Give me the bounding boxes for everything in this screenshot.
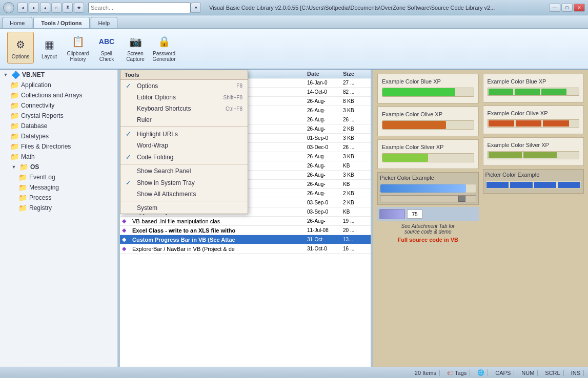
label-keyboard: Keyboard Shortcuts bbox=[137, 105, 191, 112]
table-row[interactable]: ◆ Custom Progress Bar in VB (See Attac 3… bbox=[120, 235, 371, 244]
label-editor: Editor Options bbox=[137, 94, 176, 101]
preview-text-attachment: See Attachment Tab forsource code & demo bbox=[377, 223, 479, 235]
item-count-label: 20 Items bbox=[415, 370, 436, 376]
statusbar-ins: INS bbox=[568, 370, 584, 376]
minimize-btn[interactable]: — bbox=[549, 4, 560, 12]
slider-thumb[interactable] bbox=[458, 196, 465, 202]
back-btn[interactable]: ◂ bbox=[17, 3, 28, 13]
divider-3 bbox=[120, 201, 248, 201]
dropdown-item-system[interactable]: System bbox=[120, 202, 248, 214]
progress-bar-silver bbox=[382, 153, 474, 162]
tab-help[interactable]: Help bbox=[91, 17, 118, 28]
fwd-btn[interactable]: ▸ bbox=[29, 3, 39, 13]
search-options-btn[interactable]: ▾ bbox=[191, 3, 201, 13]
sidebar-item-connectivity[interactable]: 📁 Connectivity bbox=[0, 100, 117, 111]
seg-bar-green bbox=[488, 88, 580, 96]
dropdown-item-searchpanel[interactable]: Show Search Panel bbox=[120, 165, 248, 177]
sidebar-label-math: Math bbox=[21, 153, 35, 160]
maximize-btn[interactable]: □ bbox=[561, 4, 573, 12]
dropdown-item-wordwrap[interactable]: Word-Wrap bbox=[120, 140, 248, 151]
search-input[interactable] bbox=[88, 2, 191, 13]
statusbar-tags[interactable]: 🏷 Tags bbox=[444, 369, 470, 376]
ribbon-btn-options[interactable]: ⚙ Options bbox=[7, 32, 34, 64]
tags-label: Tags bbox=[455, 370, 467, 376]
file-date: 26-Aug- bbox=[307, 126, 343, 132]
table-row[interactable]: ◆ ExplorerBar / NavBar in VB (Project & … bbox=[120, 244, 371, 254]
table-row[interactable]: ◆ Excel Class - write to an XLS file wit… bbox=[120, 226, 371, 235]
file-date: 31-Oct-0 bbox=[307, 246, 343, 251]
folder-icon: 📁 bbox=[18, 183, 27, 192]
file-date: 31-Oct- bbox=[307, 237, 343, 242]
sidebar-item-messaging[interactable]: 📁 Messaging bbox=[0, 182, 117, 193]
preview-title-olive: Example Color Olive XP bbox=[382, 111, 474, 117]
label-wordwrap: Word-Wrap bbox=[137, 142, 168, 149]
file-date: 26-Aug- bbox=[307, 172, 343, 178]
dropdown-item-allattachments[interactable]: Show All Attachments bbox=[120, 188, 248, 200]
folder-icon: 📁 bbox=[10, 153, 19, 161]
dropdown-item-highlight[interactable]: Highlight URLs bbox=[120, 128, 248, 140]
statusbar-globe[interactable]: 🌐 bbox=[474, 369, 488, 376]
file-date: 03-Sep-0 bbox=[307, 209, 343, 215]
tab-tools[interactable]: Tools / Options bbox=[33, 17, 89, 28]
ribbon-btn-clipboard[interactable]: 📋 ClipboardHistory bbox=[65, 32, 91, 64]
dropdown-item-systemtray[interactable]: Show in System Tray bbox=[120, 177, 248, 188]
slider-bar[interactable] bbox=[380, 195, 476, 202]
bookmark-btn[interactable]: ★ bbox=[74, 3, 84, 13]
statusbar-num: NUM bbox=[518, 370, 538, 376]
ribbon-btn-screencapture[interactable]: 📷 ScreenCapture bbox=[122, 32, 149, 64]
sidebar-item-crystal[interactable]: 📁 Crystal Reports bbox=[0, 111, 117, 121]
file-size: KB bbox=[343, 209, 369, 215]
file-date: 26-Aug- bbox=[307, 98, 343, 104]
ribbon-btn-layout[interactable]: ▦ Layout bbox=[36, 32, 63, 64]
seg-bar-silver bbox=[488, 151, 580, 159]
sidebar-item-os[interactable]: ▼ 📁 OS bbox=[0, 162, 117, 172]
sidebar-label-messaging: Messaging bbox=[29, 184, 59, 191]
sidebar-item-datatypes[interactable]: 📁 Datatypes bbox=[0, 131, 117, 141]
dropdown-item-keyboard[interactable]: Keyboard Shortcuts Ctrl+F8 bbox=[120, 103, 248, 114]
layout-label: Layout bbox=[42, 54, 57, 59]
file-date: 01-Sep-0 bbox=[307, 135, 343, 141]
sidebar-label-registry: Registry bbox=[29, 204, 52, 212]
tab-home[interactable]: Home bbox=[2, 17, 32, 28]
main-area: ▼ 🔷 VB.NET 📁 Application 📁 Collections a… bbox=[0, 70, 588, 367]
ribbon-btn-spellcheck[interactable]: ABC SpellCheck bbox=[93, 32, 120, 64]
sidebar-item-registry[interactable]: 📁 Registry bbox=[0, 203, 117, 213]
sidebar-item-math[interactable]: 📁 Math bbox=[0, 152, 117, 162]
spellcheck-label: SpellCheck bbox=[99, 51, 114, 62]
file-date: 26-Aug- bbox=[307, 181, 343, 187]
folder-icon: 📁 bbox=[18, 194, 27, 202]
dropdown-item-options[interactable]: Options F8 bbox=[120, 80, 248, 92]
dropdown-item-ruler[interactable]: Ruler bbox=[120, 114, 248, 125]
expand-os[interactable]: ▼ bbox=[10, 164, 17, 170]
file-size: 26 ... bbox=[343, 117, 369, 122]
dropdown-item-editor[interactable]: Editor Options Shift+F8 bbox=[120, 92, 248, 103]
history-btn[interactable]: ⧗ bbox=[63, 3, 73, 13]
sidebar-item-vbnet[interactable]: ▼ 🔷 VB.NET bbox=[0, 70, 117, 80]
file-size: 13... bbox=[343, 237, 369, 242]
up-btn[interactable]: ▴ bbox=[40, 3, 50, 13]
home-btn[interactable]: ⌂ bbox=[51, 3, 62, 13]
sidebar-item-files[interactable]: 📁 Files & Directories bbox=[0, 141, 117, 152]
dropdown-item-codefolding[interactable]: Code Folding bbox=[120, 151, 248, 163]
file-name: VB-based .Ini file manipulation clas bbox=[132, 218, 307, 224]
preview-title-silver: Example Color Silver XP bbox=[382, 144, 474, 150]
sidebar-item-collections[interactable]: 📁 Collections and Arrays bbox=[0, 90, 117, 100]
sidebar-item-process[interactable]: 📁 Process bbox=[0, 193, 117, 203]
preview-title-blue: Example Color Blue XP bbox=[382, 78, 474, 85]
file-date: 26-Aug- bbox=[307, 191, 343, 196]
sidebar-item-eventlog[interactable]: 📁 EventLog bbox=[0, 172, 117, 182]
sidebar-item-database[interactable]: 📁 Database bbox=[0, 121, 117, 131]
options-label: Options bbox=[12, 54, 29, 59]
preview-card-olive-xp-left: Example Color Olive XP bbox=[377, 107, 479, 136]
demo-input-small[interactable]: 75 bbox=[407, 209, 422, 219]
seg-bar-blue bbox=[485, 181, 582, 189]
ribbon-btn-passwordgen[interactable]: 🔒 PasswordGenerator bbox=[151, 32, 177, 64]
close-btn[interactable]: ✕ bbox=[574, 4, 585, 12]
folder-icon: 📁 bbox=[10, 132, 19, 140]
file-size: 3 KB bbox=[343, 154, 369, 159]
sidebar-item-application[interactable]: 📁 Application bbox=[0, 80, 117, 90]
window-controls: — □ ✕ bbox=[549, 4, 585, 12]
table-row[interactable]: ◆ VB-based .Ini file manipulation clas 2… bbox=[120, 217, 371, 226]
expand-vbnet[interactable]: ▼ bbox=[2, 72, 9, 77]
preview-picker-right: Picker Color Example bbox=[483, 169, 584, 194]
